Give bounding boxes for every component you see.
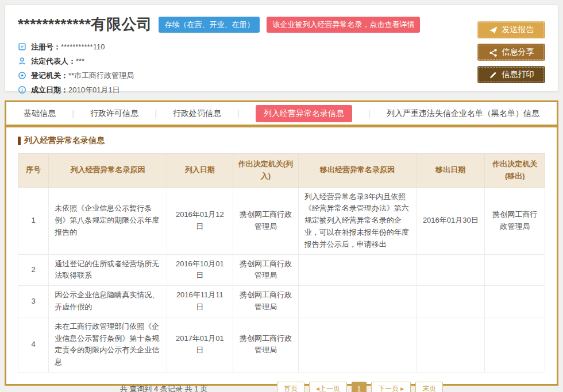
table-header-row: 序号 列入经营异常名录原因 列入日期 作出决定机关(列入) 移出经营异常名录原因… bbox=[18, 154, 545, 188]
send-report-button[interactable]: 发送报告 bbox=[477, 21, 545, 38]
tab-admin-license[interactable]: 行政许可信息 bbox=[90, 108, 138, 119]
print-info-button[interactable]: 信息打印 bbox=[477, 66, 545, 83]
cell-removal-reason bbox=[298, 254, 416, 286]
cell-removal-authority: 携创网工商行政管理局 bbox=[485, 187, 545, 254]
company-name: ************有限公司 bbox=[18, 14, 152, 34]
share-info-label: 信息分享 bbox=[502, 47, 534, 57]
tab-separator bbox=[72, 109, 74, 118]
cell-removal-reason: 列入经营异常名录3年内且依照《经营异常名录管理办法》第六规定被列入经营异常名录的… bbox=[298, 187, 416, 254]
tab-abnormal-list[interactable]: 列入经营异常名录信息 bbox=[256, 105, 352, 122]
main-content-box: 基础信息 行政许可信息 行政处罚信息 列入经营异常名录信息 列入严重违法失信企业… bbox=[5, 100, 558, 386]
cell-listing-authority: 携创网工商行政管理局 bbox=[233, 187, 299, 254]
table-footer: 共 查询到 4 条记录 共 1 页 首页 ◂上一页 1 下一页 ▸ 末页 bbox=[18, 381, 545, 392]
legal-person-value: *** bbox=[76, 57, 84, 65]
header-removal-date: 移出日期 bbox=[417, 154, 485, 188]
header-action-buttons: 发送报告 信息分享 信息打印 bbox=[477, 21, 545, 83]
section-title: 列入经营异常名录信息 bbox=[18, 135, 545, 146]
establish-date-label: 成立日期： bbox=[31, 85, 68, 95]
cell-listing-date: 2016年01月12日 bbox=[167, 187, 233, 254]
cell-index: 3 bbox=[18, 286, 49, 317]
tab-admin-penalty[interactable]: 行政处罚信息 bbox=[173, 108, 221, 119]
table-row: 3 因公示企业信息隐瞒真实情况、弄虚作假的 2016年11月11日 携创网工商行… bbox=[18, 286, 545, 317]
header-index: 序号 bbox=[18, 154, 49, 188]
last-page-button[interactable]: 末页 bbox=[415, 382, 443, 392]
first-page-button[interactable]: 首页 bbox=[277, 382, 304, 392]
cell-removal-authority bbox=[485, 254, 545, 286]
current-page-button[interactable]: 1 bbox=[352, 382, 367, 392]
cell-listing-authority: 携创网工商行政管理局 bbox=[233, 286, 299, 317]
paper-plane-icon bbox=[489, 26, 498, 34]
header-listing-date: 列入日期 bbox=[167, 154, 233, 188]
establish-date-row: 成立日期： 2010年01月1日 bbox=[18, 83, 545, 97]
header-listing-reason: 列入经营异常名录原因 bbox=[49, 154, 167, 188]
registration-number-row: 注册号： ***********110 bbox=[18, 40, 545, 54]
tab-separator bbox=[237, 109, 240, 118]
cell-index: 2 bbox=[18, 254, 49, 286]
record-count-summary: 共 查询到 4 条记录 共 1 页 bbox=[120, 384, 208, 392]
legal-person-row: 法定代表人： *** bbox=[18, 54, 545, 68]
cell-removal-date bbox=[417, 254, 485, 286]
cell-index: 4 bbox=[18, 317, 49, 372]
section-title-marker bbox=[18, 137, 21, 145]
next-page-button[interactable]: 下一页 ▸ bbox=[371, 382, 411, 392]
registration-number-value: ***********110 bbox=[61, 42, 105, 51]
header-removal-authority: 作出决定机关(移出) bbox=[485, 154, 545, 188]
status-badge: 存续（在营、开业、在册） bbox=[159, 17, 260, 33]
company-info-list: 注册号： ***********110 法定代表人： *** 登记机关： **市… bbox=[18, 40, 545, 97]
cell-listing-authority: 携创网工商行政管理局 bbox=[233, 317, 299, 372]
share-info-button[interactable]: 信息分享 bbox=[477, 44, 545, 61]
pencil-icon bbox=[489, 71, 498, 79]
table-row: 4 未在工商行政管理部门依照《企业信息公示暂行条例》第十条规定责令的期限内公示有… bbox=[18, 317, 545, 372]
legal-person-icon bbox=[18, 57, 26, 65]
prev-page-button[interactable]: ◂上一页 bbox=[309, 382, 347, 392]
cell-listing-reason: 通过登记的住所或者经营场所无法取得联系 bbox=[49, 254, 167, 286]
registry-authority-value: **市工商行政管理局 bbox=[68, 71, 134, 81]
tab-bar: 基础信息 行政许可信息 行政处罚信息 列入经营异常名录信息 列入严重违法失信企业… bbox=[6, 102, 557, 127]
cell-removal-reason bbox=[298, 317, 416, 372]
tab-separator bbox=[368, 109, 371, 118]
cell-listing-reason: 未依照《企业信息公示暂行条例》第八条规定的期限公示年度报告的 bbox=[49, 187, 167, 254]
tab-basic-info[interactable]: 基础信息 bbox=[24, 108, 56, 119]
company-header-card: ************有限公司 存续（在营、开业、在册） 该企业被列入经营异常… bbox=[5, 5, 558, 92]
table-row: 2 通过登记的住所或者经营场所无法取得联系 2016年10月01日 携创网工商行… bbox=[18, 254, 545, 286]
section-title-text: 列入经营异常名录信息 bbox=[24, 135, 105, 146]
cell-index: 1 bbox=[18, 187, 49, 254]
cell-listing-date: 2016年10月01日 bbox=[167, 254, 233, 286]
cell-listing-reason: 未在工商行政管理部门依照《企业信息公示暂行条例》第十条规定责令的期限内公示有关企… bbox=[49, 317, 167, 372]
table-row: 1 未依照《企业信息公示暂行条例》第八条规定的期限公示年度报告的 2016年01… bbox=[18, 187, 545, 254]
cell-removal-date bbox=[417, 317, 485, 372]
cell-listing-authority: 携创网工商行政管理局 bbox=[233, 254, 299, 286]
cell-removal-reason bbox=[298, 286, 416, 317]
registration-number-icon bbox=[18, 42, 26, 51]
tab-blacklist[interactable]: 列入严重违法失信企业名单（黑名单）信息 bbox=[387, 108, 539, 119]
registry-authority-row: 登记机关： **市工商行政管理局 bbox=[18, 68, 545, 83]
abnormal-records-table: 序号 列入经营异常名录原因 列入日期 作出决定机关(列入) 移出经营异常名录原因… bbox=[18, 153, 545, 372]
cell-listing-date: 2016年11月11日 bbox=[167, 286, 233, 317]
abnormal-alert-badge[interactable]: 该企业被列入经营异常名录，点击查看详情 bbox=[267, 17, 420, 33]
registry-authority-icon bbox=[18, 71, 26, 80]
tab-separator bbox=[155, 109, 157, 118]
tab-content: 列入经营异常名录信息 序号 列入经营异常名录原因 列入日期 作出决定机关(列入)… bbox=[6, 127, 557, 392]
establish-date-icon bbox=[18, 86, 26, 94]
company-name-row: ************有限公司 存续（在营、开业、在册） 该企业被列入经营异常… bbox=[18, 14, 545, 34]
share-nodes-icon bbox=[489, 48, 498, 57]
cell-removal-authority bbox=[485, 286, 545, 317]
registration-number-label: 注册号： bbox=[31, 42, 61, 52]
header-removal-reason: 移出经营异常名录原因 bbox=[298, 154, 416, 188]
legal-person-label: 法定代表人： bbox=[31, 56, 76, 67]
cell-removal-authority bbox=[485, 317, 545, 372]
registry-authority-label: 登记机关： bbox=[31, 71, 68, 81]
header-listing-authority: 作出决定机关(列入) bbox=[233, 154, 299, 188]
establish-date-value: 2010年01月1日 bbox=[68, 85, 120, 95]
send-report-label: 发送报告 bbox=[502, 25, 534, 35]
cell-removal-date bbox=[417, 286, 485, 317]
cell-listing-date: 2017年01月01日 bbox=[167, 317, 233, 372]
pagination: 首页 ◂上一页 1 下一页 ▸ 末页 bbox=[277, 382, 443, 392]
print-info-label: 信息打印 bbox=[502, 69, 534, 80]
cell-listing-reason: 因公示企业信息隐瞒真实情况、弄虚作假的 bbox=[49, 286, 167, 317]
cell-removal-date: 2016年01月30日 bbox=[417, 187, 485, 254]
